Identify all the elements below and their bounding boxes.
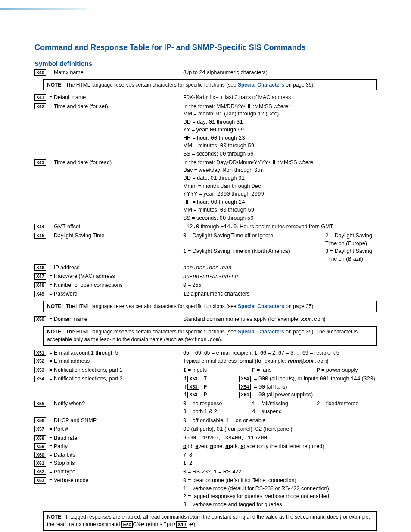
x55e: 4 bbox=[252, 409, 255, 415]
row-x55: X55 = Notify when? 0 = no response 1 = f… bbox=[34, 400, 377, 416]
label-x48: Number of open connections bbox=[54, 282, 123, 288]
x59bt: ven, bbox=[198, 443, 210, 449]
n4a: If tagged responses are enabled, all rea… bbox=[47, 514, 370, 527]
x42-l3: DD = day: bbox=[183, 119, 209, 125]
x45d: 3 bbox=[325, 249, 329, 255]
x56at: = off or disable, bbox=[187, 417, 227, 423]
return-arrow-icon: ↵ bbox=[140, 521, 145, 527]
x48-d1: 0 bbox=[183, 283, 187, 289]
x59ct: one, bbox=[213, 443, 225, 449]
x43-l6d: 24 bbox=[239, 199, 245, 205]
x54-x54a: X54 bbox=[239, 376, 251, 382]
tag-x61: X61 bbox=[34, 460, 46, 467]
x50-d3: .com bbox=[311, 317, 324, 323]
tag-x52: X52 bbox=[34, 358, 46, 364]
row-x62: X62 = Port type 0 = RS-232, 1 = RS-422 bbox=[34, 468, 377, 476]
x54-if2: If bbox=[183, 384, 187, 390]
x45dt: = Daylight Saving Time on (Brazil) bbox=[325, 248, 372, 262]
x43-l7b: 00 bbox=[220, 207, 227, 213]
x63ct: = tagged responses for queries, verbose … bbox=[187, 493, 329, 499]
x54-wa: (all inputs), or inputs bbox=[268, 376, 320, 382]
x43-l3c: through bbox=[217, 175, 238, 181]
note-4: NOTE: If tagged responses are enabled, a… bbox=[43, 511, 377, 531]
tag-x40: X40 bbox=[34, 69, 46, 76]
label-x45: Daylight Saving Time bbox=[54, 233, 104, 239]
x53a: I bbox=[183, 367, 187, 373]
special-characters-link-3[interactable]: Special Characters bbox=[238, 329, 284, 335]
tag-x46: X46 bbox=[34, 264, 46, 271]
x45c: 2 bbox=[325, 233, 329, 239]
x42-l7: SS = seconds: bbox=[183, 151, 219, 157]
x42-l2: MM = month: bbox=[183, 111, 216, 117]
x42-l4d: 99 bbox=[237, 127, 244, 133]
row-x61: X61 = Stop bits 1, 2 bbox=[34, 460, 377, 467]
x52-d1: Typical e-mail address format (for examp… bbox=[183, 358, 288, 364]
note1-post: on page 35). bbox=[284, 82, 315, 88]
x63b: 1 bbox=[183, 486, 187, 492]
tag-x41: X41 bbox=[34, 94, 46, 101]
n3-at: @ bbox=[327, 329, 330, 335]
x54-wd: ) bbox=[373, 376, 375, 382]
x42-l7c: through bbox=[226, 151, 247, 157]
x43-l3: DD = date: bbox=[183, 175, 211, 181]
x54-tb: = bbox=[252, 384, 258, 390]
row-x45: X45 = Daylight Saving Time 0 = Daylight … bbox=[34, 232, 377, 263]
x54-wb: through bbox=[329, 376, 350, 382]
x55ct: = fixed/restored bbox=[320, 401, 359, 407]
x42-l5: HH = hour: bbox=[183, 135, 211, 141]
x55dt: = both 1 & 2 bbox=[187, 408, 217, 414]
row-x40: X40 = Matrix name (Up to 24 alphanumeric… bbox=[34, 69, 377, 77]
x43-l2b: Mon bbox=[223, 168, 233, 174]
x42-l6: MM = minutes: bbox=[183, 143, 220, 149]
label-x47: Hardware (MAC) address bbox=[54, 273, 115, 279]
n3-postc: ). bbox=[219, 336, 222, 342]
x43-l1a: In the format: Day,•DD•Mmm•YYYY•HH:MM:SS bbox=[183, 159, 299, 165]
x44-d1: –12.0 bbox=[183, 224, 199, 230]
tag-x43: X43 bbox=[34, 159, 46, 166]
x45b: 1 bbox=[183, 249, 187, 255]
tag-x55: X55 bbox=[34, 401, 46, 407]
x43-l8: SS = seconds: bbox=[183, 215, 219, 221]
tag-x42: X42 bbox=[34, 103, 46, 110]
label-x41: Default name bbox=[54, 94, 86, 100]
x41-tail: + last 3 pairs of MAC address bbox=[219, 94, 291, 100]
special-characters-link[interactable]: Special Characters bbox=[238, 82, 284, 88]
x55et: = suspend bbox=[255, 408, 282, 414]
tag-x57: X57 bbox=[34, 426, 46, 432]
tag-x59: X59 bbox=[34, 443, 46, 450]
x43-l3b: 01 bbox=[211, 175, 217, 181]
special-characters-link-2[interactable]: Special Characters bbox=[238, 303, 284, 309]
tag-x53: X53 bbox=[34, 367, 46, 373]
x62bt: = RS-422 bbox=[217, 469, 242, 475]
x43-l8c: through bbox=[226, 215, 247, 221]
x42-l3c: through bbox=[215, 119, 236, 125]
row-x47: X47 = Hardware (MAC) address nn-nn-nn-nn… bbox=[34, 273, 377, 281]
tag-x62: X62 bbox=[34, 469, 46, 475]
x42-l2d: 12 bbox=[258, 111, 264, 117]
x55b: 1 bbox=[252, 401, 255, 407]
note-3: NOTE: The HTML language reserves certain… bbox=[43, 326, 377, 346]
row-x50: X50 = Domain name Standard domain name r… bbox=[34, 316, 377, 324]
x54-x54b: X54 bbox=[239, 384, 251, 390]
x54-ic: P bbox=[204, 392, 207, 398]
row-x51: X51 = E-mail account 1 through 5 65 – 69… bbox=[34, 349, 377, 357]
row-x60: X60 = Data bits 7, 8 bbox=[34, 451, 377, 459]
x45a: 0 bbox=[183, 233, 187, 239]
x52-d6: ) bbox=[327, 358, 328, 364]
row-x44: X44 = GMT offset –12.0 through +14.0. Ho… bbox=[34, 223, 377, 231]
x63d: 3 bbox=[183, 502, 187, 508]
x43-l8b: 00 bbox=[219, 215, 226, 221]
x63c: 2 bbox=[183, 494, 187, 500]
x41-mono: FOX-Matrix- bbox=[183, 95, 219, 101]
note-1: NOTE: The HTML language reserves certain… bbox=[43, 79, 377, 91]
x43-l5c: through bbox=[230, 191, 251, 197]
tag-x45: X45 bbox=[34, 233, 46, 239]
x55bt: = fail/missing bbox=[255, 401, 288, 407]
x52-d5: .com bbox=[314, 358, 327, 364]
x42-l5b: 00 bbox=[211, 135, 217, 141]
x61-desc: 1, 2 bbox=[183, 460, 377, 467]
tag-x49: X49 bbox=[34, 291, 46, 297]
x43-l8d: 59 bbox=[247, 215, 254, 221]
row-x42: X42 = Time and date (for set) In the for… bbox=[34, 103, 377, 159]
x46-desc: nnn.nnn.nnn.nnn bbox=[183, 265, 232, 271]
